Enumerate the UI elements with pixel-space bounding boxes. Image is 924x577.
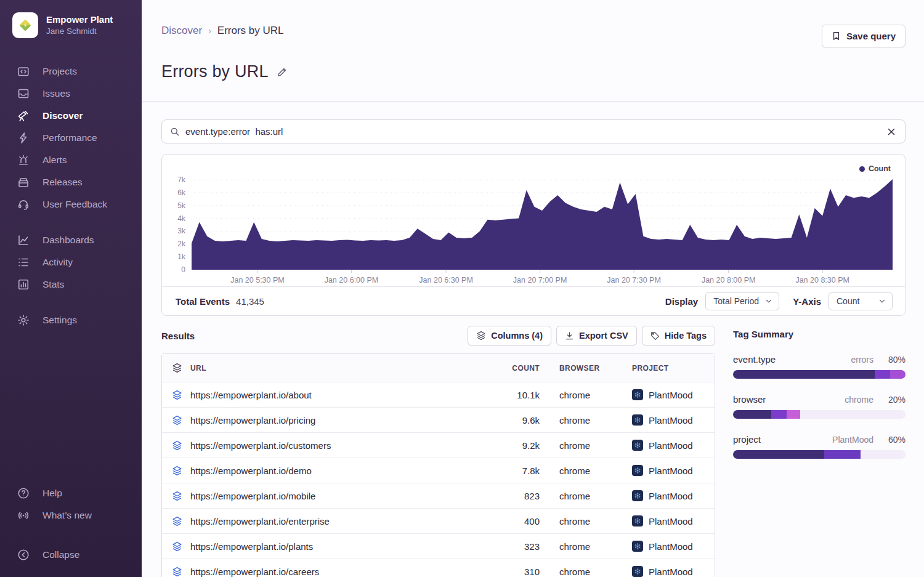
browser-value: chrome xyxy=(549,483,622,509)
download-icon xyxy=(565,331,574,341)
column-header-project[interactable]: PROJECT xyxy=(622,354,715,382)
project-name[interactable]: PlantMood xyxy=(649,567,693,577)
results-section: Results Columns (4) Export CSV Hide T xyxy=(161,326,715,577)
column-header-count[interactable]: COUNT xyxy=(490,354,549,382)
project-name[interactable]: PlantMood xyxy=(649,440,693,451)
hide-tags-button[interactable]: Hide Tags xyxy=(642,326,715,345)
sidebar-item-label: Settings xyxy=(43,315,77,326)
help-icon xyxy=(17,486,30,500)
project-name[interactable]: PlantMood xyxy=(649,390,693,400)
url-value[interactable]: https://empowerplant.io/demo xyxy=(190,466,312,476)
sidebar-item-user-feedback[interactable]: User Feedback xyxy=(0,193,142,216)
sidebar-item-stats[interactable]: Stats xyxy=(0,273,142,296)
stack-icon[interactable] xyxy=(172,440,182,451)
stack-icon[interactable] xyxy=(172,567,182,577)
project-avatar xyxy=(632,414,643,426)
breadcrumb: Discover › Errors by URL xyxy=(161,25,283,37)
columns-button-label: Columns (4) xyxy=(491,331,543,341)
stack-icon[interactable] xyxy=(172,541,182,552)
sidebar-item-settings[interactable]: Settings xyxy=(0,309,142,331)
count-value: 400 xyxy=(490,509,549,534)
svg-text:Jan 20 7:30 PM: Jan 20 7:30 PM xyxy=(607,276,661,284)
display-select[interactable]: Total Period xyxy=(705,292,779,310)
project-name[interactable]: PlantMood xyxy=(649,541,693,552)
sidebar-item-releases[interactable]: Releases xyxy=(0,171,142,193)
stack-icon[interactable] xyxy=(172,466,182,476)
table-row[interactable]: https://empowerplant.io/about 10.1k chro… xyxy=(162,382,715,408)
tag-distribution-bar[interactable] xyxy=(733,410,906,419)
browser-value: chrome xyxy=(549,408,622,433)
count-value: 823 xyxy=(490,483,549,509)
url-value[interactable]: https://empowerplant.io/enterprise xyxy=(190,516,330,527)
edit-title-pencil-icon[interactable] xyxy=(277,67,288,78)
table-row[interactable]: https://empowerplant.io/careers 310 chro… xyxy=(162,559,715,577)
breadcrumb-chevron-icon: › xyxy=(208,26,211,36)
table-row[interactable]: https://empowerplant.io/enterprise 400 c… xyxy=(162,509,715,534)
count-value: 7.8k xyxy=(490,458,549,483)
project-name[interactable]: PlantMood xyxy=(649,415,693,426)
sidebar: Empower Plant Jane Schmidt Projects Issu… xyxy=(0,0,142,577)
sidebar-nav-secondary: Dashboards Activity Stats xyxy=(0,229,142,296)
stack-icon[interactable] xyxy=(172,363,182,373)
breadcrumb-discover-link[interactable]: Discover xyxy=(161,25,202,37)
project-name[interactable]: PlantMood xyxy=(649,491,693,501)
table-row[interactable]: https://empowerplant.io/customers 9.2k c… xyxy=(162,433,715,458)
url-value[interactable]: https://empowerplant.io/plants xyxy=(190,541,313,552)
url-value[interactable]: https://empowerplant.io/customers xyxy=(190,440,331,451)
sidebar-collapse-button[interactable]: Collapse xyxy=(0,544,142,566)
sidebar-item-discover[interactable]: Discover xyxy=(0,105,142,127)
url-value[interactable]: https://empowerplant.io/mobile xyxy=(190,491,315,501)
column-header-browser[interactable]: BROWSER xyxy=(549,354,622,382)
table-row[interactable]: https://empowerplant.io/mobile 823 chrom… xyxy=(162,483,715,509)
sidebar-item-issues[interactable]: Issues xyxy=(0,83,142,105)
columns-button[interactable]: Columns (4) xyxy=(468,326,551,345)
url-value[interactable]: https://empowerplant.io/careers xyxy=(190,567,319,577)
tag-distribution-bar[interactable] xyxy=(733,370,906,379)
sidebar-item-dashboards[interactable]: Dashboards xyxy=(0,229,142,251)
sidebar-item-alerts[interactable]: Alerts xyxy=(0,149,142,171)
url-value[interactable]: https://empowerplant.io/about xyxy=(190,390,312,400)
sidebar-item-whats-new[interactable]: What’s new xyxy=(0,504,142,527)
events-chart-panel: Count 01k2k3k4k5k6k7kJan 20 5:30 PMJan 2… xyxy=(161,154,906,316)
plantmood-project-icon xyxy=(634,517,641,525)
browser-value: chrome xyxy=(549,458,622,483)
tag-distribution-bar[interactable] xyxy=(733,450,906,459)
svg-text:5k: 5k xyxy=(177,201,186,210)
project-avatar xyxy=(632,440,643,451)
sidebar-item-activity[interactable]: Activity xyxy=(0,251,142,273)
search-bar xyxy=(161,119,906,143)
table-row[interactable]: https://empowerplant.io/demo 7.8k chrome xyxy=(162,458,715,483)
save-query-button[interactable]: Save query xyxy=(822,25,906,47)
org-switcher[interactable]: Empower Plant Jane Schmidt xyxy=(0,12,142,38)
url-value[interactable]: https://empowerplant.io/pricing xyxy=(190,415,315,426)
tag-bar-segment xyxy=(733,450,824,459)
project-name[interactable]: PlantMood xyxy=(649,466,693,476)
yaxis-select[interactable]: Count xyxy=(829,292,893,310)
stack-icon[interactable] xyxy=(172,390,182,400)
main-content: Discover › Errors by URL Save query Erro… xyxy=(142,0,924,577)
svg-text:Jan 20 5:30 PM: Jan 20 5:30 PM xyxy=(230,276,285,284)
column-header-url[interactable]: URL xyxy=(190,364,206,373)
sidebar-item-projects[interactable]: Projects xyxy=(0,60,142,83)
table-row[interactable]: https://empowerplant.io/plants 323 chrom… xyxy=(162,534,715,559)
tag-bar-segment xyxy=(771,410,787,419)
plantmood-project-icon xyxy=(634,492,641,499)
stack-icon[interactable] xyxy=(172,415,182,426)
stack-icon[interactable] xyxy=(172,516,182,527)
tag-bar-segment xyxy=(824,450,861,459)
display-select-value: Total Period xyxy=(713,296,759,306)
count-value: 310 xyxy=(490,559,549,577)
events-area-chart[interactable]: 01k2k3k4k5k6k7kJan 20 5:30 PMJan 20 6:00… xyxy=(162,155,905,284)
project-name[interactable]: PlantMood xyxy=(649,516,693,527)
clear-search-icon[interactable] xyxy=(886,127,896,137)
sidebar-item-help[interactable]: Help xyxy=(0,482,142,504)
sidebar-item-label: Projects xyxy=(43,66,77,77)
svg-text:Jan 20 6:30 PM: Jan 20 6:30 PM xyxy=(419,276,473,284)
stack-icon[interactable] xyxy=(172,491,182,501)
svg-text:3k: 3k xyxy=(177,227,186,235)
export-csv-button[interactable]: Export CSV xyxy=(556,326,637,345)
sidebar-item-performance[interactable]: Performance xyxy=(0,127,142,149)
table-row[interactable]: https://empowerplant.io/pricing 9.6k chr… xyxy=(162,408,715,433)
svg-text:4k: 4k xyxy=(177,214,186,223)
search-input[interactable] xyxy=(185,126,881,137)
